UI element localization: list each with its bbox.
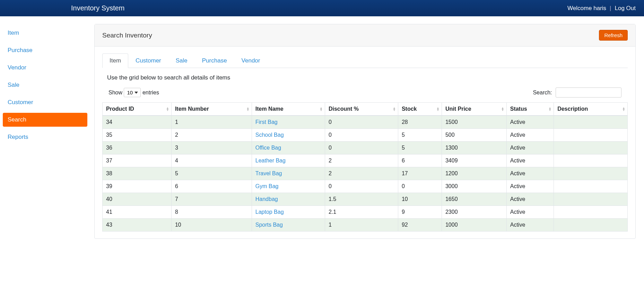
table-cell: 28 <box>398 116 442 129</box>
logout-link[interactable]: Log Out <box>615 5 636 12</box>
sort-icon: ▲▼ <box>166 107 169 111</box>
table-cell: 1.5 <box>325 193 398 206</box>
tab-purchase[interactable]: Purchase <box>195 53 234 68</box>
table-cell: 92 <box>398 219 442 232</box>
search-label: Search: <box>533 90 552 95</box>
tabs: ItemCustomerSalePurchaseVendor <box>102 53 628 68</box>
item-name-link[interactable]: Leather Bag <box>255 158 286 163</box>
table-cell: 8 <box>171 206 252 219</box>
sort-icon: ▲▼ <box>501 107 504 111</box>
table-cell: 1200 <box>442 167 506 180</box>
card-body: ItemCustomerSalePurchaseVendor Use the g… <box>95 47 635 238</box>
column-label: Unit Price <box>445 106 471 112</box>
table-cell: Active <box>506 167 554 180</box>
table-row: 396Gym Bag003000Active <box>103 180 628 193</box>
tab-item[interactable]: Item <box>102 53 128 68</box>
table-cell: 500 <box>442 129 506 142</box>
sort-icon: ▲▼ <box>548 107 551 111</box>
table-cell: 3000 <box>442 180 506 193</box>
table-cell: First Bag <box>252 116 325 129</box>
table-cell: 2300 <box>442 206 506 219</box>
column-label: Item Name <box>255 106 284 112</box>
column-label: Item Number <box>175 106 209 112</box>
inventory-table: Product ID▲▼Item Number▲▼Item Name▲▼Disc… <box>102 102 628 232</box>
column-header[interactable]: Item Number▲▼ <box>171 103 252 116</box>
entries-select[interactable]: 10 <box>124 88 141 97</box>
table-cell: Active <box>506 142 554 154</box>
table-cell: Active <box>506 180 554 193</box>
sidebar-item-reports[interactable]: Reports <box>3 130 87 144</box>
table-cell: Handbag <box>252 193 325 206</box>
table-cell: 0 <box>325 129 398 142</box>
column-label: Stock <box>402 106 417 112</box>
table-row: 363Office Bag051300Active <box>103 142 628 154</box>
table-cell: 1000 <box>442 219 506 232</box>
table-cell <box>554 193 628 206</box>
table-cell: 1650 <box>442 193 506 206</box>
column-header[interactable]: Unit Price▲▼ <box>442 103 506 116</box>
sort-icon: ▲▼ <box>622 107 625 111</box>
column-header[interactable]: Status▲▼ <box>506 103 554 116</box>
table-cell: 36 <box>103 142 172 154</box>
table-row: 385Travel Bag2171200Active <box>103 167 628 180</box>
refresh-button[interactable]: Refresh <box>599 30 628 41</box>
separator: | <box>610 5 611 12</box>
sidebar-item-sale[interactable]: Sale <box>3 78 87 92</box>
sidebar-item-vendor[interactable]: Vendor <box>3 61 87 75</box>
table-cell: 5 <box>398 129 442 142</box>
table-cell: 3409 <box>442 154 506 167</box>
table-cell <box>554 206 628 219</box>
search-input[interactable] <box>556 87 621 98</box>
item-name-link[interactable]: First Bag <box>255 119 278 125</box>
table-cell: Active <box>506 193 554 206</box>
column-label: Product ID <box>106 106 134 112</box>
table-row: 352School Bag05500Active <box>103 129 628 142</box>
table-cell <box>554 219 628 232</box>
column-header[interactable]: Stock▲▼ <box>398 103 442 116</box>
sidebar-item-search[interactable]: Search <box>3 113 87 127</box>
table-cell: 6 <box>398 154 442 167</box>
column-label: Status <box>510 106 527 112</box>
tab-sale[interactable]: Sale <box>168 53 195 68</box>
table-cell: 10 <box>398 193 442 206</box>
table-cell: School Bag <box>252 129 325 142</box>
sidebar-item-customer[interactable]: Customer <box>3 95 87 109</box>
tab-customer[interactable]: Customer <box>128 53 168 68</box>
item-name-link[interactable]: Travel Bag <box>255 170 282 176</box>
sidebar: ItemPurchaseVendorSaleCustomerSearchRepo… <box>0 16 90 239</box>
column-header[interactable]: Discount %▲▼ <box>325 103 398 116</box>
item-name-link[interactable]: Sports Bag <box>255 222 283 228</box>
table-cell: 34 <box>103 116 172 129</box>
table-cell: 2 <box>325 154 398 167</box>
table-cell: 40 <box>103 193 172 206</box>
table-cell: 1 <box>325 219 398 232</box>
table-cell: 39 <box>103 180 172 193</box>
table-cell: Leather Bag <box>252 154 325 167</box>
item-name-link[interactable]: Gym Bag <box>255 183 279 189</box>
table-controls: Show 10 entries Search: <box>102 87 628 102</box>
table-cell: 1300 <box>442 142 506 154</box>
table-cell: 38 <box>103 167 172 180</box>
sidebar-item-item[interactable]: Item <box>3 26 87 40</box>
item-name-link[interactable]: Handbag <box>255 196 278 202</box>
table-cell: Active <box>506 154 554 167</box>
tab-vendor[interactable]: Vendor <box>234 53 268 68</box>
table-cell: Active <box>506 219 554 232</box>
sidebar-item-purchase[interactable]: Purchase <box>3 43 87 57</box>
table-cell <box>554 180 628 193</box>
table-cell: Travel Bag <box>252 167 325 180</box>
item-name-link[interactable]: Office Bag <box>255 145 281 151</box>
card-title: Search Inventory <box>102 32 152 39</box>
search-card: Search Inventory Refresh ItemCustomerSal… <box>94 24 636 239</box>
table-cell: Active <box>506 206 554 219</box>
item-name-link[interactable]: School Bag <box>255 132 284 138</box>
column-header[interactable]: Item Name▲▼ <box>252 103 325 116</box>
grid-description: Use the grid below to search all details… <box>107 74 628 81</box>
table-cell <box>554 154 628 167</box>
column-header[interactable]: Product ID▲▼ <box>103 103 172 116</box>
search-control: Search: <box>533 87 621 98</box>
column-header[interactable]: Description▲▼ <box>554 103 628 116</box>
table-cell: 7 <box>171 193 252 206</box>
item-name-link[interactable]: Laptop Bag <box>255 209 284 215</box>
table-cell: Office Bag <box>252 142 325 154</box>
